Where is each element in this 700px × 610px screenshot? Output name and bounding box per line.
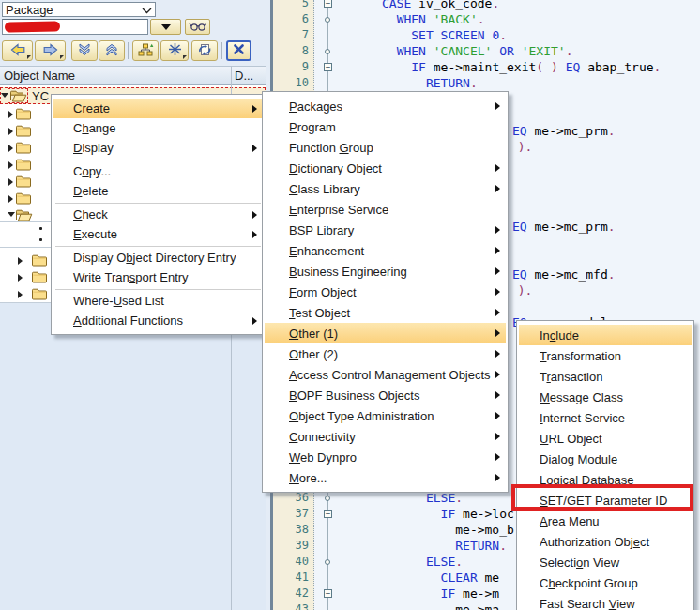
menu-item-fast-search-view[interactable]: Fast Search View [519, 593, 692, 610]
split-dropdown-icon[interactable] [183, 55, 187, 59]
menu-item-label: Form Object [265, 285, 357, 299]
forward-button[interactable] [35, 40, 66, 61]
menu-item-transformation[interactable]: Transformation [519, 345, 692, 366]
menu-item-label: Connectivity [265, 430, 356, 444]
menu-item-function-group[interactable]: Function Group [265, 137, 506, 158]
menu-item-selection-view[interactable]: Selection View [519, 552, 692, 572]
page-up-button[interactable] [99, 40, 125, 61]
split-dropdown-icon[interactable] [27, 55, 31, 59]
menu-item-business-engineering[interactable]: Business Engineering [265, 261, 506, 282]
menu-item-where-used-list[interactable]: Where-Used List [53, 291, 263, 311]
expand-arrow-icon[interactable] [1, 93, 8, 98]
code-text: CASE iv_ok_code. [338, 0, 499, 11]
back-button[interactable] [2, 40, 33, 61]
double-chevron-down-icon [77, 43, 92, 59]
menu-item-url-object[interactable]: URL Object [519, 428, 692, 449]
fold-collapse-icon[interactable]: − [324, 510, 332, 518]
expand-arrow-icon[interactable] [8, 145, 13, 152]
menu-item-check[interactable]: Check [53, 205, 263, 224]
menu-item-label: Object Type Administration [265, 409, 434, 423]
menu-item-additional-functions[interactable]: Additional Functions [53, 311, 263, 330]
refresh-button[interactable] [191, 40, 218, 61]
code-line: 8 WHEN 'CANCEL' OR 'EXIT'. [273, 43, 700, 59]
folder-icon [15, 124, 32, 140]
menu-item-label: Message Class [519, 390, 623, 404]
back-arrow-icon [10, 43, 25, 59]
menu-item-program[interactable]: Program [265, 116, 506, 137]
split-dropdown-icon[interactable] [60, 55, 64, 59]
menu-item-web-dynpro[interactable]: Web Dynpro [265, 447, 506, 467]
menu-item-class-library[interactable]: Class Library [265, 178, 506, 199]
dropdown-button[interactable] [150, 19, 181, 35]
expand-arrow-icon[interactable] [8, 212, 15, 217]
menu-item-other-2[interactable]: Other (2) [265, 343, 506, 364]
redaction-overlay [5, 21, 60, 32]
display-button[interactable] [185, 19, 210, 35]
menu-item-label: Enterprise Service [265, 203, 388, 217]
menu-item-label: BOPF Business Objects [265, 389, 419, 403]
fold-collapse-icon[interactable]: − [324, 589, 332, 598]
fold-collapse-icon[interactable]: − [324, 63, 332, 71]
expand-arrow-icon[interactable] [8, 128, 13, 135]
open-folder-icon [9, 89, 27, 105]
menu-item-change[interactable]: Change [53, 118, 263, 138]
code-line: 9− IF me->maint_exit( ) EQ abap_true. [273, 59, 700, 75]
fold-marker-icon [325, 496, 330, 501]
fold-marker-icon [325, 17, 330, 23]
code-line: 10 RETURN. [273, 75, 700, 91]
expand-arrow-icon[interactable] [8, 195, 13, 203]
menu-item-bsp-library[interactable]: BSP Library [265, 220, 506, 240]
menu-item-create[interactable]: Create [53, 99, 263, 118]
expand-arrow-icon[interactable] [18, 257, 23, 265]
menu-item-packages[interactable]: Packages [265, 96, 506, 116]
expand-arrow-icon[interactable] [18, 274, 23, 282]
folder-icon [31, 270, 48, 286]
menu-item-copy[interactable]: Copy... [53, 161, 263, 181]
menu-item-message-class[interactable]: Message Class [519, 387, 692, 407]
menu-item-more[interactable]: More... [265, 467, 506, 488]
menu-item-enterprise-service[interactable]: Enterprise Service [265, 199, 506, 220]
menu-item-area-menu[interactable]: Area Menu [519, 511, 692, 531]
folder-icon [15, 107, 32, 123]
hierarchy-button[interactable] [132, 40, 159, 61]
menu-item-object-type-administration[interactable]: Object Type Administration [265, 405, 506, 426]
object-type-select[interactable]: Package [2, 2, 156, 17]
code-text: EQ me->mc_mfd. [512, 267, 616, 282]
submenu-arrow-icon [252, 317, 257, 325]
menu-item-include[interactable]: Include [519, 325, 692, 345]
submenu-arrow-icon [495, 371, 500, 378]
menu-item-test-object[interactable]: Test Object [265, 302, 506, 323]
refresh-icon [197, 43, 212, 59]
asterisk-button[interactable] [160, 40, 189, 61]
menu-item-access-control-management-objects[interactable]: Access Control Management Objects [265, 364, 506, 385]
expand-arrow-icon[interactable] [18, 291, 23, 298]
close-button[interactable] [226, 40, 251, 61]
menu-item-write-transport-entry[interactable]: Write Transport Entry [53, 267, 263, 287]
menu-item-display-object-directory-entry[interactable]: Display Object Directory Entry [53, 248, 263, 267]
menu-item-form-object[interactable]: Form Object [265, 282, 506, 302]
code-text: WHEN 'BACK'. [338, 11, 485, 27]
submenu-arrow-icon [495, 453, 500, 461]
menu-item-checkpoint-group[interactable]: Checkpoint Group [519, 572, 692, 593]
menu-item-delete[interactable]: Delete [53, 181, 263, 201]
menu-item-transaction[interactable]: Transaction [519, 366, 692, 387]
object-type-value: Package [6, 3, 53, 17]
page-down-button[interactable] [71, 40, 98, 61]
menu-item-connectivity[interactable]: Connectivity [265, 426, 506, 447]
menu-item-dictionary-object[interactable]: Dictionary Object [265, 158, 506, 178]
menu-item-bopf-business-objects[interactable]: BOPF Business Objects [265, 385, 506, 405]
line-number: 40 [273, 554, 309, 570]
menu-item-enhancement[interactable]: Enhancement [265, 240, 506, 261]
menu-item-authorization-object[interactable]: Authorization Object [519, 531, 692, 552]
menu-item-dialog-module[interactable]: Dialog Module [519, 449, 692, 469]
menu-item-internet-service[interactable]: Internet Service [519, 407, 692, 428]
fold-collapse-icon[interactable]: − [324, 0, 332, 8]
expand-arrow-icon[interactable] [8, 111, 13, 118]
menu-item-display[interactable]: Display [53, 138, 263, 158]
tree-header[interactable]: Object Name D... [0, 66, 266, 85]
expand-arrow-icon[interactable] [8, 178, 13, 186]
expand-arrow-icon[interactable] [8, 161, 13, 169]
menu-item-execute[interactable]: Execute [53, 224, 263, 244]
menu-item-other-1[interactable]: Other (1) [265, 323, 506, 343]
submenu-arrow-icon [495, 350, 500, 358]
